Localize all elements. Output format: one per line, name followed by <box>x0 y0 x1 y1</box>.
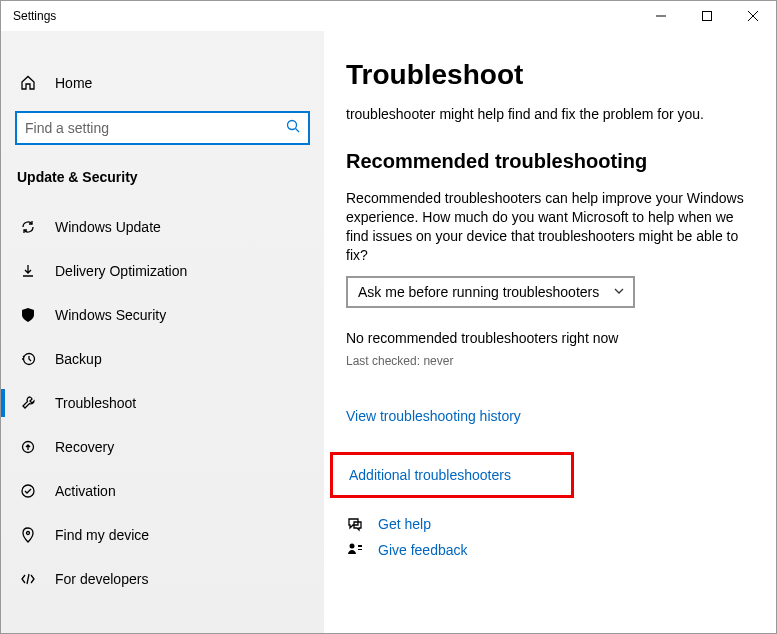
download-icon <box>19 263 37 279</box>
recovery-icon <box>19 439 37 455</box>
additional-troubleshooters-link[interactable]: Additional troubleshooters <box>330 452 574 498</box>
maximize-button[interactable] <box>684 1 730 31</box>
home-icon <box>19 75 37 91</box>
history-icon <box>19 351 37 367</box>
titlebar: Settings <box>1 1 776 31</box>
sidebar-item-backup[interactable]: Backup <box>1 337 324 381</box>
wrench-icon <box>19 395 37 411</box>
app-title: Settings <box>13 9 56 23</box>
window-controls <box>638 1 776 31</box>
sidebar-item-recovery[interactable]: Recovery <box>1 425 324 469</box>
section-description: Recommended troubleshooters can help imp… <box>346 189 756 265</box>
minimize-button[interactable] <box>638 1 684 31</box>
home-nav[interactable]: Home <box>1 61 324 105</box>
sidebar-item-windows-update[interactable]: Windows Update <box>1 205 324 249</box>
sidebar: Home Update & Security Windows Update De… <box>1 31 324 633</box>
get-help-label: Get help <box>378 516 431 532</box>
sidebar-item-find-my-device[interactable]: Find my device <box>1 513 324 557</box>
search-icon <box>286 119 300 137</box>
close-button[interactable] <box>730 1 776 31</box>
intro-text: troubleshooter might help find and fix t… <box>346 105 756 124</box>
check-circle-icon <box>19 483 37 499</box>
main-content: Troubleshoot troubleshooter might help f… <box>324 31 776 633</box>
give-feedback-row[interactable]: Give feedback <box>346 542 756 558</box>
page-title: Troubleshoot <box>346 59 756 91</box>
svg-point-9 <box>27 532 30 535</box>
sidebar-item-delivery-optimization[interactable]: Delivery Optimization <box>1 249 324 293</box>
home-label: Home <box>55 75 92 91</box>
search-input[interactable] <box>15 111 310 145</box>
sync-icon <box>19 219 37 235</box>
troubleshoot-preference-dropdown[interactable]: Ask me before running troubleshooters <box>346 276 635 308</box>
chevron-down-icon <box>613 284 625 300</box>
section-header: Update & Security <box>1 155 324 205</box>
svg-line-5 <box>296 129 300 133</box>
sidebar-item-troubleshoot[interactable]: Troubleshoot <box>1 381 324 425</box>
chat-icon <box>346 516 364 532</box>
status-text: No recommended troubleshooters right now <box>346 330 756 346</box>
svg-rect-1 <box>703 12 712 21</box>
get-help-row[interactable]: Get help <box>346 516 756 532</box>
sidebar-item-windows-security[interactable]: Windows Security <box>1 293 324 337</box>
dropdown-value: Ask me before running troubleshooters <box>358 284 599 300</box>
section-heading: Recommended troubleshooting <box>346 150 756 173</box>
feedback-icon <box>346 542 364 558</box>
give-feedback-label: Give feedback <box>378 542 468 558</box>
location-icon <box>19 527 37 543</box>
sidebar-item-activation[interactable]: Activation <box>1 469 324 513</box>
svg-point-8 <box>22 485 34 497</box>
svg-point-4 <box>288 121 297 130</box>
shield-icon <box>19 307 37 323</box>
last-checked-text: Last checked: never <box>346 354 756 368</box>
sidebar-item-for-developers[interactable]: For developers <box>1 557 324 601</box>
view-history-link[interactable]: View troubleshooting history <box>346 408 756 424</box>
svg-point-10 <box>350 544 355 549</box>
developer-icon <box>19 571 37 587</box>
